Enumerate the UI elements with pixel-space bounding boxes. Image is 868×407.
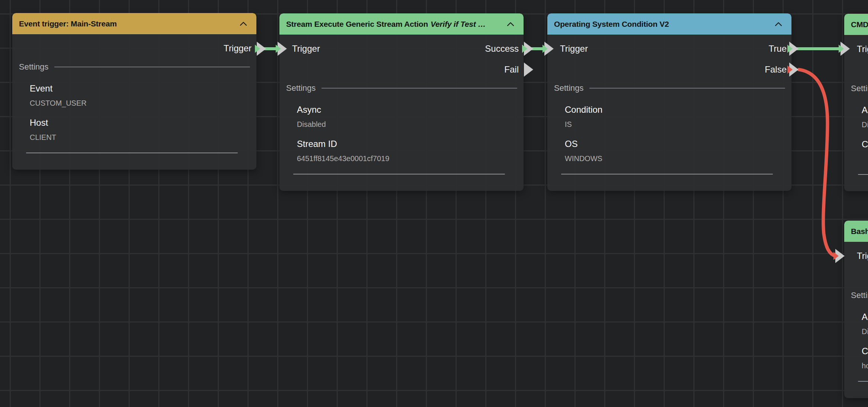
output-port-label-fail: Fail [504,64,519,75]
node-bottom-divider [26,153,238,153]
field-command: Command [862,136,868,165]
field-event: Event CUSTOM_USER [30,80,242,109]
port-row: Fail [279,59,524,80]
settings-label: Settings [851,84,868,93]
node-event-trigger-header[interactable]: Event trigger: Main-Stream [12,13,256,34]
field-value: IS [565,118,777,131]
field-value: CUSTOM_USER [30,97,242,109]
node-cmd[interactable]: CMD Trigger Settings Async Disabled Comm… [844,14,868,191]
node-title: Operating System Condition V2 [554,20,669,29]
collapse-chevron-icon[interactable] [240,22,247,26]
field-condition: Condition IS [565,102,777,131]
node-cmd-header[interactable]: CMD [844,14,868,35]
field-value: WINDOWS [565,152,777,165]
node-os-condition[interactable]: Operating System Condition V2 Trigger Tr… [547,13,791,191]
port-row: Trigger [12,38,256,59]
field-label: Async [297,102,509,118]
field-label: OS [565,136,777,152]
node-bottom-divider [561,174,773,174]
settings-section-header: Settings [851,83,868,94]
settings-label: Settings [286,83,316,93]
collapse-chevron-icon[interactable] [507,22,514,26]
node-bottom-divider [858,174,868,175]
field-command: Command ho [862,343,868,372]
port-row [844,266,868,287]
output-port-label-false: False [765,64,787,75]
field-host: Host CLIENT [30,115,242,144]
field-label: Stream ID [297,136,509,152]
field-label: Command [862,343,868,359]
collapse-chevron-icon[interactable] [775,22,782,26]
field-value: CLIENT [30,131,242,144]
input-port-label-trigger: Trigger [560,44,588,54]
node-stream-execute[interactable]: Stream Execute Generic Stream Action Ver… [279,13,524,191]
field-async: Async Disabled [862,102,868,131]
port-row: False [547,59,791,80]
node-title: Bash [851,227,868,236]
input-port-label-trigger: Trigger [857,44,868,54]
port-row: Trigger [844,246,868,266]
field-os: OS WINDOWS [565,136,777,165]
settings-label: Settings [554,83,584,93]
output-port-label-true: True [769,44,787,54]
port-row: Trigger True [547,38,791,59]
field-value: ho [862,359,868,372]
flow-canvas[interactable]: { "colors": { "header_gold": "#C8A24B", … [0,0,868,407]
settings-label: Settings [851,291,868,300]
node-title: CMD [851,20,868,29]
field-label: Host [30,115,242,131]
field-label: Async [862,102,868,118]
field-label: Condition [565,102,777,118]
settings-section-header: Settings [286,82,517,94]
field-value: Disabled [862,325,868,338]
port-row [844,60,868,80]
node-title: Event trigger: Main-Stream [19,19,117,28]
field-value [862,153,868,165]
output-port-label-success: Success [485,44,519,54]
node-stream-execute-header[interactable]: Stream Execute Generic Stream Action Ver… [279,13,524,35]
node-title: Stream Execute Generic Stream Action [286,20,428,29]
settings-label: Settings [19,62,49,72]
field-label: Command [862,136,868,153]
field-async: Async Disabled [862,309,868,338]
settings-section-header: Settings [19,61,250,73]
settings-divider [54,67,250,67]
port-row: Trigger Success [279,38,524,59]
node-bash[interactable]: Bash Trigger Settings Async Disabled Com… [844,221,868,398]
node-bottom-divider [858,381,868,382]
port-row: Trigger [844,39,868,60]
settings-section-header: Settings [851,289,868,301]
field-value: 6451ff8145e43e0001cf7019 [297,152,509,165]
input-port-label-trigger: Trigger [292,44,320,54]
field-stream-id: Stream ID 6451ff8145e43e0001cf7019 [297,136,509,165]
node-bash-header[interactable]: Bash [844,221,868,242]
settings-section-header: Settings [554,82,785,94]
field-value: Disabled [862,118,868,131]
field-label: Event [30,80,242,97]
output-port-label-trigger: Trigger [224,43,252,54]
node-title-suffix: Verify if Test … [431,20,486,29]
input-port-label-trigger: Trigger [857,251,868,261]
node-bottom-divider [293,174,505,174]
node-os-condition-header[interactable]: Operating System Condition V2 [547,13,791,35]
field-async: Async Disabled [297,102,509,131]
field-label: Async [862,309,868,325]
settings-divider [321,88,518,89]
field-value: Disabled [297,118,509,131]
node-event-trigger[interactable]: Event trigger: Main-Stream Trigger Setti… [12,13,256,170]
settings-divider [589,88,786,89]
